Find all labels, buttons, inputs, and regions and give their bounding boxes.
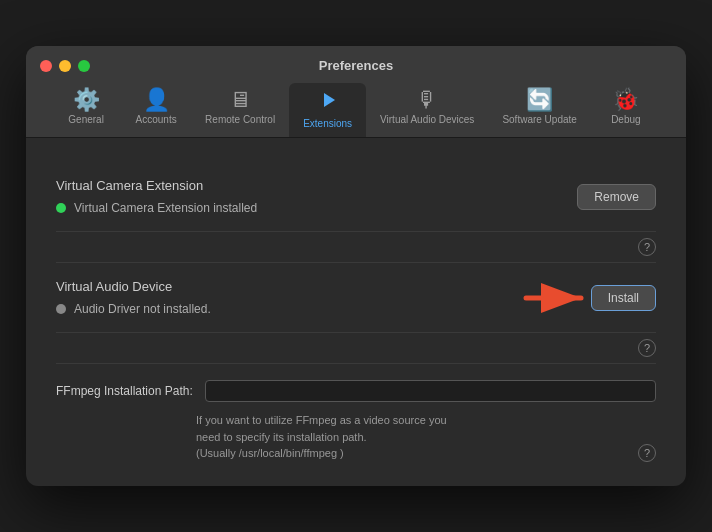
tab-software-update-label: Software Update (502, 114, 577, 125)
ffmpeg-section: FFmpeg Installation Path: If you want to… (56, 364, 656, 462)
tab-general-label: General (68, 114, 104, 125)
tab-virtual-audio[interactable]: 🎙 Virtual Audio Devices (366, 83, 488, 137)
virtual-camera-section: Virtual Camera Extension Virtual Camera … (56, 162, 656, 232)
virtual-audio-section: Virtual Audio Device Audio Driver not in… (56, 263, 656, 333)
tab-remote-control-label: Remote Control (205, 114, 275, 125)
traffic-lights (40, 60, 90, 72)
virtual-camera-help-row: ? (56, 232, 656, 263)
tab-accounts-label: Accounts (136, 114, 177, 125)
tab-remote-control[interactable]: 🖥 Remote Control (191, 83, 289, 137)
tab-debug-label: Debug (611, 114, 640, 125)
preferences-window: Preferences ⚙️ General 👤 Accounts 🖥 Remo… (26, 46, 686, 486)
virtual-audio-status-text: Audio Driver not installed. (74, 302, 211, 316)
virtual-audio-icon: 🎙 (416, 89, 438, 111)
ffmpeg-description-text: If you want to utilize FFmpeg as a video… (196, 412, 628, 462)
remote-control-icon: 🖥 (229, 89, 251, 111)
tab-virtual-audio-label: Virtual Audio Devices (380, 114, 474, 125)
ffmpeg-label: FFmpeg Installation Path: (56, 384, 193, 398)
virtual-camera-help-icon[interactable]: ? (638, 238, 656, 256)
ffmpeg-description-row: If you want to utilize FFmpeg as a video… (56, 412, 656, 462)
virtual-audio-help-row: ? (56, 333, 656, 364)
window-title: Preferences (319, 58, 393, 73)
remove-button[interactable]: Remove (577, 184, 656, 210)
general-icon: ⚙️ (73, 89, 100, 111)
virtual-audio-status-row: Audio Driver not installed. (56, 302, 211, 316)
virtual-audio-status-dot (56, 304, 66, 314)
tab-software-update[interactable]: 🔄 Software Update (488, 83, 591, 137)
virtual-camera-status-text: Virtual Camera Extension installed (74, 201, 257, 215)
titlebar: Preferences ⚙️ General 👤 Accounts 🖥 Remo… (26, 46, 686, 138)
install-button[interactable]: Install (591, 285, 656, 311)
svg-marker-0 (324, 93, 335, 107)
virtual-audio-left: Virtual Audio Device Audio Driver not in… (56, 279, 211, 316)
virtual-camera-left: Virtual Camera Extension Virtual Camera … (56, 178, 257, 215)
arrow-indicator (516, 280, 596, 316)
ffmpeg-path-input[interactable] (205, 380, 656, 402)
tab-extensions[interactable]: Extensions (289, 83, 366, 137)
virtual-camera-status-row: Virtual Camera Extension installed (56, 201, 257, 215)
software-update-icon: 🔄 (526, 89, 553, 111)
debug-icon: 🐞 (612, 89, 639, 111)
tab-general[interactable]: ⚙️ General (51, 83, 121, 137)
virtual-audio-title: Virtual Audio Device (56, 279, 211, 294)
ffmpeg-help-icon[interactable]: ? (638, 444, 656, 462)
tab-extensions-label: Extensions (303, 118, 352, 129)
tab-debug[interactable]: 🐞 Debug (591, 83, 661, 137)
maximize-button[interactable] (78, 60, 90, 72)
virtual-camera-title: Virtual Camera Extension (56, 178, 257, 193)
minimize-button[interactable] (59, 60, 71, 72)
virtual-audio-right: Install (591, 285, 656, 311)
accounts-icon: 👤 (143, 89, 170, 111)
ffmpeg-row: FFmpeg Installation Path: (56, 380, 656, 402)
close-button[interactable] (40, 60, 52, 72)
tab-accounts[interactable]: 👤 Accounts (121, 83, 191, 137)
extensions-icon (317, 89, 339, 115)
virtual-audio-help-icon[interactable]: ? (638, 339, 656, 357)
content-area: Virtual Camera Extension Virtual Camera … (26, 138, 686, 486)
virtual-camera-status-dot (56, 203, 66, 213)
toolbar: ⚙️ General 👤 Accounts 🖥 Remote Control E… (41, 83, 671, 137)
virtual-camera-right: Remove (577, 184, 656, 210)
